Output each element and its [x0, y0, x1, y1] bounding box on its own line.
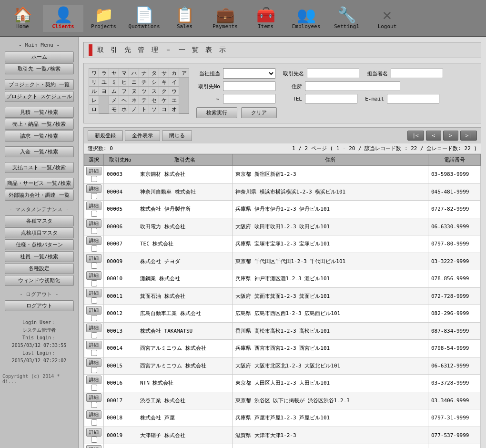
- sidebar-btn-home[interactable]: ホーム: [5, 51, 74, 62]
- tantousha-input[interactable]: [391, 69, 443, 78]
- detail-btn[interactable]: 詳細: [86, 306, 101, 315]
- kana-cell[interactable]: ケ: [159, 96, 169, 105]
- kana-cell[interactable]: ソ: [149, 105, 159, 114]
- kana-cell[interactable]: ミ: [109, 78, 119, 87]
- sidebar-btn-invoice-list[interactable]: 請求 一覧/検索: [5, 131, 74, 142]
- nav-item-quotations[interactable]: 📄 Quotations: [124, 5, 164, 32]
- detail-btn[interactable]: 詳細: [86, 341, 101, 349]
- nav-item-home[interactable]: 🏠 Home: [2, 5, 43, 32]
- kana-cell[interactable]: ト: [139, 105, 149, 114]
- kana-cell[interactable]: カ: [169, 69, 179, 78]
- nav-item-payments[interactable]: 💼 Payments: [205, 5, 245, 32]
- torihiki-input[interactable]: [307, 69, 359, 78]
- row-checkbox[interactable]: [91, 437, 97, 443]
- kana-cell[interactable]: レ: [89, 96, 99, 105]
- kana-cell[interactable]: メ: [109, 96, 119, 105]
- row-checkbox[interactable]: [91, 367, 97, 373]
- sidebar-btn-sales-list[interactable]: 売上・納品 一覧/検索: [5, 119, 74, 130]
- kana-cell[interactable]: ウ: [169, 87, 179, 96]
- sidebar-btn-client-list[interactable]: 取引先 一覧/検索: [5, 63, 74, 74]
- nav-item-projects[interactable]: 📁 Projects: [83, 5, 124, 32]
- nav-item-sales[interactable]: 📋 Sales: [164, 5, 205, 32]
- detail-btn[interactable]: 詳細: [86, 184, 101, 193]
- kana-cell[interactable]: シ: [149, 78, 159, 87]
- detail-btn[interactable]: 詳細: [86, 167, 101, 175]
- kana-cell[interactable]: ス: [149, 87, 159, 96]
- detail-btn[interactable]: 詳細: [86, 393, 101, 402]
- kana-cell[interactable]: チ: [139, 78, 149, 87]
- kana-cell[interactable]: ヒ: [119, 78, 129, 87]
- detail-btn[interactable]: 詳細: [86, 236, 101, 245]
- kana-cell[interactable]: ニ: [129, 78, 139, 87]
- row-checkbox[interactable]: [91, 228, 97, 234]
- detail-btn[interactable]: 詳細: [86, 358, 101, 367]
- sidebar-btn-logout[interactable]: ログアウト: [5, 300, 74, 311]
- kana-cell[interactable]: ア: [179, 69, 189, 78]
- kana-cell[interactable]: フ: [119, 87, 129, 96]
- sidebar-btn-project-schedule[interactable]: プロジェクト スケジュール: [5, 91, 74, 102]
- kana-cell[interactable]: ホ: [119, 105, 129, 114]
- kana-cell[interactable]: ロ: [89, 105, 99, 114]
- kana-cell[interactable]: サ: [159, 69, 169, 78]
- kana-cell[interactable]: タ: [149, 69, 159, 78]
- sidebar-btn-staff-list[interactable]: 社員 一覧/検索: [5, 251, 74, 262]
- kana-cell[interactable]: ヌ: [129, 87, 139, 96]
- sidebar-btn-project-list[interactable]: プロジェクト・契約 一覧: [5, 79, 74, 90]
- jusho-input[interactable]: [305, 81, 400, 91]
- detail-btn[interactable]: 詳細: [86, 219, 101, 228]
- sidebar-btn-category-master[interactable]: 各種マスタ: [5, 215, 74, 226]
- row-checkbox[interactable]: [91, 211, 97, 217]
- detail-btn[interactable]: 詳細: [86, 271, 101, 280]
- kana-cell[interactable]: ネ: [129, 96, 139, 105]
- kana-cell[interactable]: モ: [109, 105, 119, 114]
- row-checkbox[interactable]: [91, 350, 97, 356]
- kana-cell[interactable]: ラ: [99, 69, 109, 78]
- table-scroll-area[interactable]: 選択 取引先No 取引先名 住所 電話番号 詳細 00003 東京鋼材 株式会社…: [84, 154, 481, 448]
- nav-item-logout[interactable]: ✕ Logout: [367, 5, 407, 32]
- detail-btn[interactable]: 詳細: [86, 289, 101, 297]
- row-checkbox[interactable]: [91, 193, 97, 199]
- row-checkbox[interactable]: [91, 332, 97, 338]
- detail-btn[interactable]: 詳細: [86, 324, 101, 332]
- prev-page-btn[interactable]: <: [426, 131, 441, 141]
- sidebar-btn-work-pattern[interactable]: 仕様・点検パターン: [5, 239, 74, 250]
- row-checkbox[interactable]: [91, 315, 97, 321]
- nav-item-items[interactable]: 🧰 Items: [245, 5, 286, 32]
- nav-item-clients[interactable]: 👤 Clients: [43, 5, 83, 32]
- kana-cell[interactable]: テ: [139, 96, 149, 105]
- sidebar-btn-cost-list[interactable]: 支払コスト 一覧/検索: [5, 162, 74, 173]
- row-checkbox[interactable]: [91, 385, 97, 391]
- nav-item-employees[interactable]: 👥 Employees: [286, 5, 326, 32]
- kana-cell[interactable]: ノ: [129, 105, 139, 114]
- nav-item-setting1[interactable]: 🔧 Setting1: [326, 5, 367, 32]
- close-btn[interactable]: 閉じる: [162, 130, 192, 141]
- kana-cell[interactable]: イ: [169, 78, 179, 87]
- sidebar-btn-partner-list[interactable]: 外部協力会社・調達 一覧: [5, 190, 74, 201]
- row-checkbox[interactable]: [91, 280, 97, 286]
- row-checkbox[interactable]: [91, 402, 97, 408]
- detail-btn[interactable]: 詳細: [86, 428, 101, 437]
- sidebar-btn-settings[interactable]: 各種設定: [5, 263, 74, 274]
- row-checkbox[interactable]: [91, 176, 97, 182]
- kana-cell[interactable]: リ: [89, 78, 99, 87]
- detail-btn[interactable]: 詳細: [86, 445, 101, 448]
- all-display-btn[interactable]: 全件表示: [125, 130, 160, 141]
- kana-cell[interactable]: エ: [169, 96, 179, 105]
- kana-cell[interactable]: ツ: [139, 87, 149, 96]
- kana-cell[interactable]: ハ: [129, 69, 139, 78]
- clear-btn[interactable]: クリア: [241, 107, 277, 118]
- row-checkbox[interactable]: [91, 419, 97, 426]
- tel-input[interactable]: [305, 94, 357, 103]
- torihiki-no-input[interactable]: [223, 81, 275, 91]
- sidebar-btn-inspection-master[interactable]: 点検項目マスタ: [5, 227, 74, 238]
- range-input[interactable]: [223, 94, 275, 103]
- kana-cell[interactable]: ム: [109, 87, 119, 96]
- sidebar-btn-payment-list[interactable]: 入金 一覧/検索: [5, 146, 74, 157]
- kana-cell[interactable]: ユ: [99, 78, 109, 87]
- kana-cell[interactable]: ク: [159, 87, 169, 96]
- first-page-btn[interactable]: |<: [407, 131, 424, 141]
- tantou-select[interactable]: [223, 68, 275, 79]
- detail-btn[interactable]: 詳細: [86, 410, 101, 419]
- detail-btn[interactable]: 詳細: [86, 254, 101, 263]
- kana-cell[interactable]: マ: [119, 69, 129, 78]
